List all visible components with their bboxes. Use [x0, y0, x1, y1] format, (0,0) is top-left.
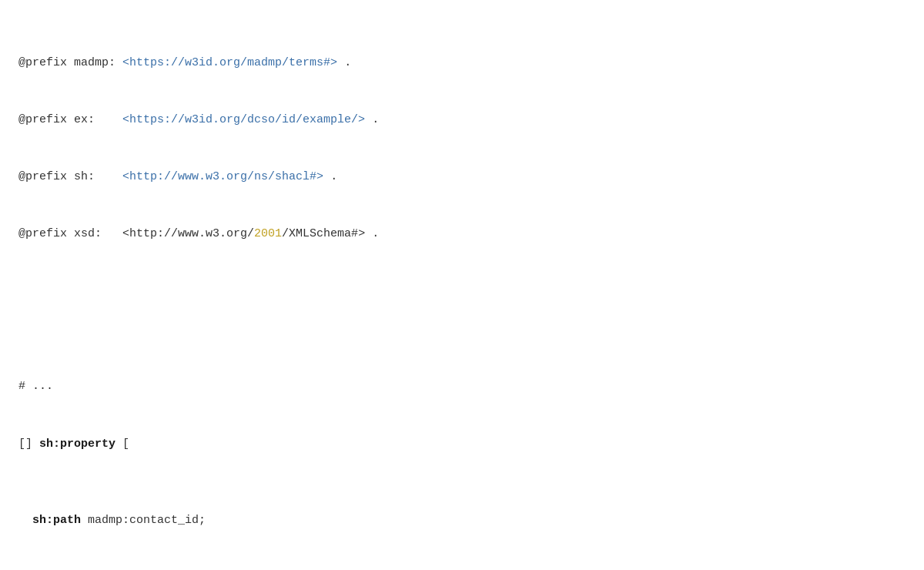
prefix-name-4: xsd: [74, 227, 116, 240]
prefix-url-2: <https://w3id.org/dcso/id/example/> [122, 113, 365, 126]
open-sq-bracket: [ [122, 438, 129, 451]
prefix-keyword-2: @prefix [18, 113, 67, 126]
prefix-line-4: @prefix xsd: <http://www.w3.org/2001/XML… [18, 225, 906, 244]
prefix-dot-4: . [372, 227, 379, 240]
path-line-1: sh:path madmp:contact_id; [18, 511, 906, 531]
prefix-url-1: <https://w3id.org/madmp/terms#> [122, 56, 337, 69]
path-value-1: madmp:contact_id; [88, 514, 206, 527]
prefix-line-3: @prefix sh: <http://www.w3.org/ns/shacl#… [18, 168, 906, 187]
comment-text: # ... [18, 380, 53, 393]
body-open-line: [] sh:property [ [18, 435, 906, 454]
sh-path-kw-1: sh:path [32, 514, 81, 527]
prefix-name-1: madmp: [74, 56, 116, 69]
prefix-line-1: @prefix madmp: <https://w3id.org/madmp/t… [18, 54, 906, 73]
prefix-dot-2: . [372, 113, 379, 126]
prefix-dot-1: . [344, 56, 351, 69]
prefix-name-2: ex: [74, 113, 116, 126]
open-bracket: [] [18, 438, 32, 451]
prefix-name-3: sh: [74, 170, 116, 183]
sh-property-kw: sh:property [39, 438, 116, 451]
code-container: @prefix madmp: <https://w3id.org/madmp/t… [18, 15, 906, 570]
prefix-keyword-3: @prefix [18, 170, 67, 183]
prefix-line-2: @prefix ex: <https://w3id.org/dcso/id/ex… [18, 111, 906, 130]
prefix-keyword-1: @prefix [18, 56, 67, 69]
prefix-url-3: <http://www.w3.org/ns/shacl#> [122, 170, 323, 183]
prefix-url-4: <http://www.w3.org/2001/XMLSchema#> [122, 227, 365, 240]
comment-line: # ... [18, 377, 906, 397]
prefix-keyword-4: @prefix [18, 227, 67, 240]
empty-line-1 [18, 301, 906, 320]
prefix-dot-3: . [330, 170, 337, 183]
